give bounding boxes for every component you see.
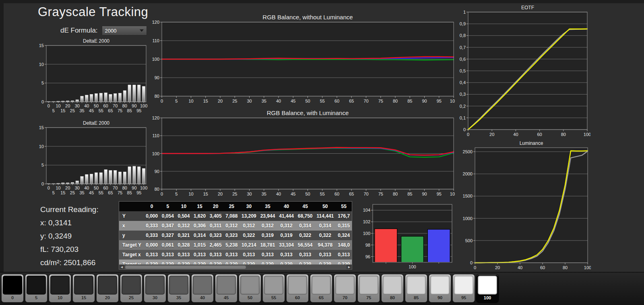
pattern-swatch-5[interactable]: 5 xyxy=(25,274,47,303)
bar-70 xyxy=(114,170,117,184)
pattern-swatch-70[interactable]: 70 xyxy=(334,274,356,303)
svg-text:110: 110 xyxy=(152,133,159,138)
svg-text:35: 35 xyxy=(79,108,84,113)
svg-text:0,7: 0,7 xyxy=(460,45,466,50)
bar-blue xyxy=(427,229,450,262)
pattern-swatch-65[interactable]: 65 xyxy=(310,274,332,303)
bar-65 xyxy=(109,94,112,102)
swatch-chip xyxy=(335,276,355,295)
svg-text:5: 5 xyxy=(175,192,178,196)
table-row-label: Y xyxy=(119,211,144,221)
table-cell: 0,312 xyxy=(277,221,296,231)
table-col-header: 40 xyxy=(277,202,296,212)
table-horizontal-scrollbar[interactable]: ◀ ▶ xyxy=(119,264,352,270)
svg-text:80: 80 xyxy=(393,99,398,103)
svg-text:60: 60 xyxy=(540,265,545,270)
table-cell: 0,323 xyxy=(208,231,224,240)
bar-60 xyxy=(104,170,107,184)
svg-text:85: 85 xyxy=(407,99,412,103)
svg-text:5: 5 xyxy=(175,99,178,103)
pattern-swatch-25[interactable]: 25 xyxy=(120,274,142,303)
pattern-swatch-35[interactable]: 35 xyxy=(167,274,190,303)
swatch-label: 100 xyxy=(484,295,491,300)
pattern-swatch-100[interactable]: 100 xyxy=(476,274,499,303)
pattern-swatch-80[interactable]: 80 xyxy=(381,274,404,303)
swatch-label: 0 xyxy=(11,295,14,300)
svg-text:30: 30 xyxy=(75,103,80,108)
chart-canvas: RGB Balance, with Luminance8090100110120… xyxy=(151,107,455,200)
pattern-swatch-45[interactable]: 45 xyxy=(215,274,237,303)
swatch-chip xyxy=(240,276,260,295)
table-row-label: x xyxy=(119,221,144,231)
svg-text:0,4: 0,4 xyxy=(460,80,466,85)
svg-text:5: 5 xyxy=(52,190,55,195)
scroll-left-icon[interactable]: ◀ xyxy=(119,265,124,269)
svg-text:DeltaE 2000: DeltaE 2000 xyxy=(83,120,109,126)
bar-40 xyxy=(85,95,88,102)
pattern-swatch-95[interactable]: 95 xyxy=(452,274,475,303)
pattern-swatch-85[interactable]: 85 xyxy=(405,274,427,303)
svg-text:10: 10 xyxy=(56,103,60,108)
pattern-swatch-20[interactable]: 20 xyxy=(96,274,119,303)
svg-text:60: 60 xyxy=(103,185,108,190)
table-col-header: 10 xyxy=(176,202,192,212)
svg-text:35: 35 xyxy=(262,192,266,196)
pattern-swatch-40[interactable]: 40 xyxy=(191,274,214,303)
pattern-swatch-15[interactable]: 15 xyxy=(72,274,95,303)
pattern-swatch-0[interactable]: 0 xyxy=(1,274,24,303)
table-cell: 0,313 xyxy=(160,250,176,260)
table-cell: 0,328 xyxy=(176,240,192,250)
bar-50 xyxy=(95,173,97,184)
table-cell: 176,7 xyxy=(336,211,352,221)
de-formula-dropdown[interactable]: 2000 xyxy=(102,26,147,35)
svg-text:20: 20 xyxy=(495,265,500,270)
table-cell: 0,314 xyxy=(314,221,336,231)
swatch-label: 85 xyxy=(414,295,419,300)
pattern-swatch-30[interactable]: 30 xyxy=(144,274,166,303)
svg-text:110: 110 xyxy=(152,38,159,43)
svg-text:95: 95 xyxy=(437,99,442,103)
svg-text:85: 85 xyxy=(407,192,412,196)
table-cell: 94,378 xyxy=(314,240,336,250)
svg-text:104: 104 xyxy=(363,208,370,212)
svg-text:60: 60 xyxy=(103,103,108,108)
bar-100 xyxy=(142,169,145,184)
svg-text:45: 45 xyxy=(89,190,94,195)
current-reading-value: x: 0,3141 xyxy=(40,216,99,229)
table-cell: 1,015 xyxy=(192,240,208,250)
table-cell: 0,322 xyxy=(239,231,258,240)
chart-deltae-top: DeltaE 200005101505101520253035404550556… xyxy=(34,38,148,117)
swatch-chip xyxy=(50,276,70,295)
swatch-chip xyxy=(478,276,497,295)
current-reading-value: y: 0,3249 xyxy=(40,229,99,243)
pattern-swatch-50[interactable]: 50 xyxy=(239,274,261,303)
table-col-header: 5 xyxy=(160,202,176,212)
svg-text:20: 20 xyxy=(218,99,223,103)
pattern-swatch-55[interactable]: 55 xyxy=(262,274,285,303)
table-cell: 0,061 xyxy=(160,240,176,250)
swatch-label: 50 xyxy=(248,295,252,300)
scroll-right-icon[interactable]: ▶ xyxy=(347,265,352,269)
chart-eotf: EOTF00,10,20,30,40,50,60,70,80,910204060… xyxy=(456,5,590,142)
svg-text:40: 40 xyxy=(84,103,89,108)
svg-text:0,6: 0,6 xyxy=(460,57,466,62)
pattern-swatch-90[interactable]: 90 xyxy=(429,274,451,303)
swatch-label: 45 xyxy=(224,295,229,300)
svg-text:100: 100 xyxy=(409,264,416,269)
svg-text:DeltaE 2000: DeltaE 2000 xyxy=(83,38,109,44)
pattern-swatch-10[interactable]: 10 xyxy=(49,274,71,303)
bar-100 xyxy=(142,87,145,102)
swatch-label: 20 xyxy=(105,295,110,300)
svg-text:75: 75 xyxy=(378,99,383,103)
svg-text:5: 5 xyxy=(41,80,44,85)
current-reading-value: cd/m²: 2501,866 xyxy=(40,256,99,269)
table-row: Target Y0,0000,0610,3281,0152,4655,23810… xyxy=(119,240,352,250)
svg-text:10: 10 xyxy=(39,144,44,149)
swatch-label: 5 xyxy=(35,295,37,300)
pattern-swatch-75[interactable]: 75 xyxy=(357,274,380,303)
svg-text:98: 98 xyxy=(365,243,370,247)
scrollbar-thumb[interactable] xyxy=(125,266,246,269)
svg-text:20: 20 xyxy=(65,103,70,108)
pattern-swatch-60[interactable]: 60 xyxy=(286,274,309,303)
svg-text:65: 65 xyxy=(349,99,354,103)
